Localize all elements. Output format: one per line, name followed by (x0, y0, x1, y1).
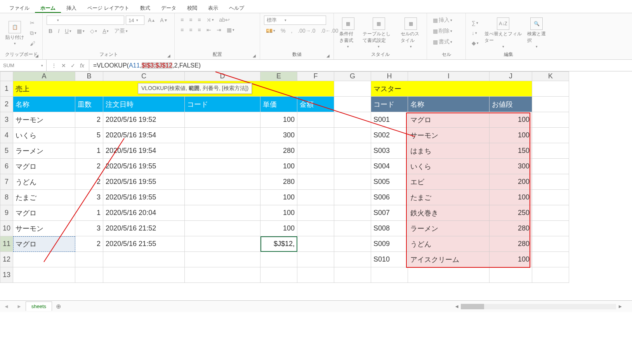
horizontal-scrollbar[interactable]: ◄► (345, 303, 632, 309)
cell[interactable]: 280 (260, 143, 297, 159)
cell[interactable] (297, 159, 334, 174)
cell[interactable] (297, 190, 334, 205)
cell[interactable]: 2020/5/16 19:55 (103, 174, 185, 190)
cell[interactable]: マグロ (13, 159, 75, 174)
font-launcher[interactable]: ◢ (167, 54, 170, 58)
font-color-button[interactable]: A▾ (101, 27, 111, 35)
cell[interactable]: うどん (13, 174, 75, 190)
cell[interactable] (334, 190, 371, 205)
row-header[interactable]: 6 (0, 159, 13, 174)
cell[interactable]: お値段 (490, 97, 532, 112)
col-header[interactable]: I (408, 72, 490, 81)
cell[interactable] (334, 97, 371, 112)
cell[interactable]: S009 (371, 236, 408, 252)
cell[interactable]: サーモン (408, 128, 490, 143)
col-header[interactable]: D (185, 72, 260, 81)
cell[interactable]: 100 (490, 190, 532, 205)
clipboard-launcher[interactable]: ◢ (35, 54, 38, 58)
tab-view[interactable]: 表示 (203, 2, 224, 13)
percent-button[interactable]: % (279, 26, 287, 35)
cell[interactable] (185, 236, 260, 252)
cell[interactable] (334, 221, 371, 236)
clear-button[interactable]: ◆▾ (470, 39, 481, 47)
cell[interactable]: 名称 (408, 97, 490, 112)
cell[interactable]: アイスクリーム (408, 252, 490, 267)
cell[interactable]: 100 (490, 252, 532, 267)
cell[interactable] (532, 81, 569, 97)
row-header[interactable]: 3 (0, 112, 13, 128)
cell[interactable] (185, 128, 260, 143)
align-bottom-button[interactable]: ≡ (196, 16, 203, 24)
cell[interactable] (75, 267, 103, 283)
format-cell-button[interactable]: ▦ 書式▾ (431, 37, 454, 47)
insert-cell-button[interactable]: ▦ 挿入▾ (431, 16, 454, 25)
align-right-button[interactable]: ≡ (196, 26, 203, 34)
cell[interactable]: S005 (371, 174, 408, 190)
cell[interactable] (532, 252, 569, 267)
border-button[interactable]: ▦▾ (75, 27, 87, 35)
cell[interactable]: 2020/5/16 21:55 (103, 236, 185, 252)
increase-decimal-button[interactable]: .00→.0 (296, 26, 317, 35)
row-header[interactable]: 13 (0, 267, 13, 283)
paste-button[interactable]: 📋 貼り付け ▾ (4, 20, 26, 46)
sheet-tab[interactable]: sheets (26, 302, 52, 311)
cell[interactable]: たまご (13, 190, 75, 205)
delete-cell-button[interactable]: ▦ 削除▾ (431, 26, 454, 36)
cell[interactable] (297, 174, 334, 190)
cell[interactable] (532, 221, 569, 236)
cell[interactable] (532, 128, 569, 143)
cell[interactable] (334, 112, 371, 128)
cell[interactable]: 300 (260, 128, 297, 143)
cell[interactable]: S007 (371, 205, 408, 221)
cell[interactable] (185, 205, 260, 221)
col-header[interactable]: G (334, 72, 371, 81)
cell[interactable]: 2 (75, 174, 103, 190)
tab-help[interactable]: ヘルプ (224, 2, 250, 13)
cell[interactable]: 200 (490, 174, 532, 190)
cell[interactable]: 2020/5/16 19:54 (103, 143, 185, 159)
cell[interactable]: マグロ (13, 205, 75, 221)
cell[interactable] (75, 252, 103, 267)
cell[interactable]: 1 (75, 143, 103, 159)
cell[interactable] (185, 143, 260, 159)
cell[interactable] (490, 267, 532, 283)
tab-layout[interactable]: ページ レイアウト (82, 2, 135, 13)
row-header[interactable]: 8 (0, 190, 13, 205)
cell[interactable]: マグロ (408, 112, 490, 128)
cell[interactable]: 金額 (297, 97, 334, 112)
cancel-button[interactable]: ✕ (60, 62, 68, 69)
cell-style-button[interactable]: ▦セルのスタイル▾ (399, 17, 423, 49)
cell[interactable] (371, 267, 408, 283)
cell[interactable] (260, 252, 297, 267)
cell[interactable] (103, 267, 185, 283)
cell[interactable] (532, 174, 569, 190)
cell[interactable] (297, 252, 334, 267)
decrease-font-button[interactable]: A▾ (158, 16, 168, 24)
tab-insert[interactable]: 挿入 (61, 2, 82, 13)
sheet-nav-left[interactable]: ◄ (0, 303, 13, 309)
cell[interactable] (334, 159, 371, 174)
align-top-button[interactable]: ≡ (179, 16, 186, 24)
align-left-button[interactable]: ≡ (179, 26, 186, 34)
wrap-text-button[interactable]: ab↩ (217, 16, 232, 24)
cell[interactable] (334, 205, 371, 221)
cell[interactable]: 100 (490, 112, 532, 128)
cell[interactable] (334, 143, 371, 159)
phonetic-button[interactable]: ア亜▾ (112, 26, 130, 36)
cell[interactable]: いくら (13, 128, 75, 143)
cell[interactable]: 名称 (13, 97, 75, 112)
cell[interactable] (334, 252, 371, 267)
cell[interactable] (532, 190, 569, 205)
tab-home[interactable]: ホーム (35, 2, 61, 13)
font-name-select[interactable]: ▾ (47, 16, 124, 25)
cell[interactable] (297, 205, 334, 221)
row-header[interactable]: 9 (0, 205, 13, 221)
autosum-button[interactable]: ∑▾ (470, 19, 481, 27)
conditional-format-button[interactable]: ▦条件付き書式▾ (338, 17, 359, 49)
cell[interactable] (408, 267, 490, 283)
select-all-button[interactable] (0, 72, 13, 81)
cell[interactable]: 単価 (260, 97, 297, 112)
cell[interactable]: S002 (371, 128, 408, 143)
fx-button[interactable]: fx (78, 62, 86, 69)
cell[interactable] (532, 267, 569, 283)
